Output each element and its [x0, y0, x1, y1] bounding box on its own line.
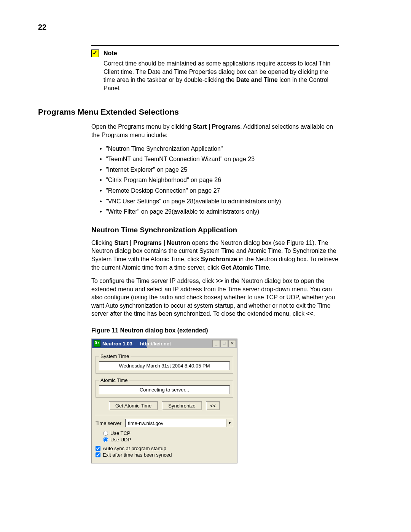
section1-intro: Open the Programs menu by clicking Start… [91, 123, 339, 139]
text: . [269, 264, 271, 271]
use-tcp-label: Use TCP [110, 430, 131, 436]
text-bold: Start | Programs | Neutron [114, 240, 190, 246]
use-udp-radio[interactable] [103, 437, 108, 442]
text: . [313, 310, 315, 317]
text-bold: Get Atomic Time [221, 264, 269, 271]
list-item: "Citrix Program Neighborhood" on page 26 [100, 176, 339, 184]
time-server-value: time-nw.nist.gov [128, 420, 163, 426]
time-server-dropdown[interactable]: time-nw.nist.gov ▼ [125, 419, 233, 427]
titlebar[interactable]: O: Neutron 1.03 http://keir.net _ □ ✕ [92, 339, 237, 348]
note-block: Note Correct time should be maintained a… [91, 45, 339, 92]
auto-sync-label: Auto sync at program startup [103, 446, 166, 451]
get-atomic-time-button[interactable]: Get Atomic Time [109, 401, 158, 410]
use-udp-option[interactable]: Use UDP [103, 437, 233, 443]
use-tcp-radio[interactable] [103, 431, 108, 436]
exit-after-label: Exit after time has been synced [103, 452, 172, 458]
section2-p2: To configure the Time server IP address,… [91, 277, 339, 318]
list-item: "Internet Explorer" on page 25 [100, 166, 339, 174]
app-icon: O: [94, 340, 100, 347]
list-item: "Remote Desktop Connection" on page 27 [100, 187, 339, 195]
collapse-button[interactable]: << [206, 401, 220, 410]
minimize-button[interactable]: _ [212, 340, 220, 347]
system-time-group: System Time Wednesday March 31st 2004 8:… [96, 353, 233, 374]
system-time-value: Wednesday March 31st 2004 8:40:05 PM [99, 361, 230, 370]
figure-caption: Figure 11 Neutron dialog box (extended) [91, 327, 373, 334]
use-udp-label: Use UDP [110, 437, 131, 443]
page-number: 22 [38, 23, 373, 32]
window-url: http://keir.net [140, 341, 171, 347]
auto-sync-option[interactable]: Auto sync at program startup [96, 446, 233, 451]
neutron-dialog: O: Neutron 1.03 http://keir.net _ □ ✕ Sy… [91, 339, 237, 463]
close-button[interactable]: ✕ [228, 340, 236, 347]
list-item: "VNC User Settings" on page 28(available… [100, 197, 339, 206]
text: To configure the Time server IP address,… [91, 278, 216, 284]
section-heading-neutron: Neutron Time Synchronization Application [91, 226, 373, 234]
text-bold: Synchronize [201, 256, 237, 262]
text-bold: << [306, 310, 313, 317]
list-item: "Write Filter" on page 29(available to a… [100, 208, 339, 216]
synchronize-button[interactable]: Synchronize [162, 401, 202, 410]
divider [95, 415, 234, 415]
list-item: "Neutron Time Synchronization Applicatio… [100, 145, 339, 153]
window-title: Neutron 1.03 [102, 341, 132, 347]
atomic-time-legend: Atomic Time [99, 377, 129, 383]
exit-after-option[interactable]: Exit after time has been synced [96, 452, 233, 458]
note-body-bold: Date and Time [236, 77, 278, 83]
exit-after-checkbox[interactable] [96, 452, 100, 457]
note-body: Correct time should be maintained as som… [104, 59, 339, 92]
section1-intro-bold: Start | Programs [193, 123, 241, 130]
section-heading-programs: Programs Menu Extended Selections [38, 107, 373, 117]
atomic-time-value: Connecting to server... [99, 385, 230, 394]
system-time-legend: System Time [99, 353, 131, 359]
use-tcp-option[interactable]: Use TCP [103, 430, 233, 436]
section1-intro-pre: Open the Programs menu by clicking [91, 123, 193, 130]
text-bold: >> [216, 278, 223, 284]
dropdown-arrow-icon[interactable]: ▼ [226, 419, 233, 427]
maximize-button[interactable]: □ [220, 340, 228, 347]
section2-p1: Clicking Start | Programs | Neutron open… [91, 239, 339, 272]
atomic-time-group: Atomic Time Connecting to server... [96, 377, 233, 398]
section1-list: "Neutron Time Synchronization Applicatio… [91, 145, 339, 216]
time-server-label: Time server [96, 420, 121, 426]
auto-sync-checkbox[interactable] [96, 446, 100, 451]
note-label: Note [104, 50, 117, 57]
note-check-icon [91, 50, 99, 57]
list-item: "TeemNT and TeemNT Connection Wizard" on… [100, 155, 339, 163]
text: Clicking [91, 240, 114, 246]
